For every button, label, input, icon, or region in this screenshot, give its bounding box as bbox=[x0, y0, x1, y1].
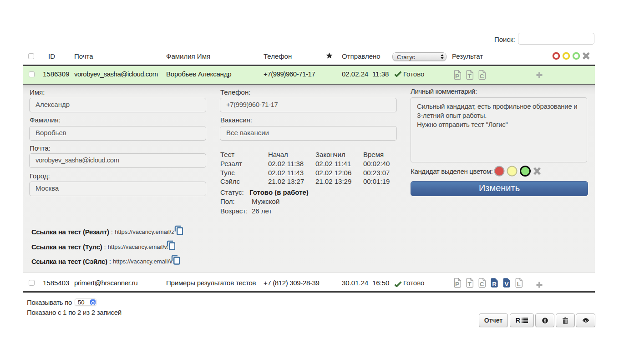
svg-text:L: L bbox=[517, 281, 520, 288]
svg-text:V: V bbox=[504, 281, 508, 288]
svg-text:P: P bbox=[455, 281, 459, 288]
svg-text:T: T bbox=[467, 73, 472, 80]
svg-text:T: T bbox=[467, 281, 472, 288]
svg-text:R: R bbox=[492, 281, 497, 288]
svg-text:C: C bbox=[480, 281, 484, 288]
svg-text:P: P bbox=[455, 73, 459, 80]
svg-text:C: C bbox=[480, 73, 484, 80]
